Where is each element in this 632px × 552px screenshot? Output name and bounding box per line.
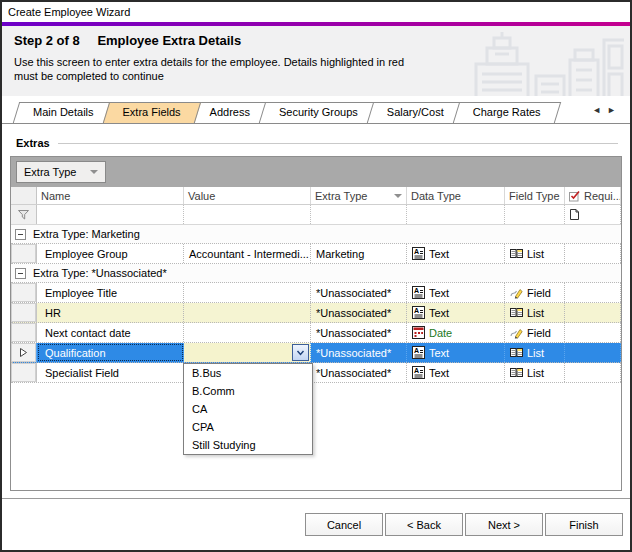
qualification-dropdown-list: B.Bus B.Comm CA CPA Still Studying [183,363,313,455]
text-type-icon: A [412,366,425,379]
cell-value[interactable] [184,303,311,322]
dropdown-option[interactable]: Still Studying [184,436,312,454]
column-header-field-type[interactable]: Field Type [505,187,565,204]
filter-cell-data-type[interactable] [407,205,505,224]
filter-cell-required[interactable] [565,205,621,224]
cell-field-type[interactable]: List [505,363,565,382]
cell-extra-type[interactable]: *Unassociated* [311,323,407,342]
cell-required[interactable] [565,363,621,382]
cell-value[interactable] [184,283,311,302]
cell-extra-type[interactable]: *Unassociated* [311,363,407,382]
row-header-cell[interactable] [11,323,37,342]
column-header-name[interactable]: Name [37,187,184,204]
cell-value[interactable]: Accountant - Intermedi... [184,244,311,263]
tab-main-details[interactable]: Main Details [16,102,111,123]
column-header-extra-type[interactable]: Extra Type [311,187,407,204]
chevron-down-icon [295,348,306,358]
dropdown-option[interactable]: CPA [184,418,312,436]
cell-required[interactable] [565,303,621,322]
group-by-extra-type-button[interactable]: Extra Type [16,161,106,183]
table-row[interactable]: Specialist Field *Unassociated* A Text L… [11,363,621,383]
wizard-header: Step 2 of 8 Employee Extra Details Use t… [2,26,630,96]
dropdown-option[interactable]: B.Bus [184,364,312,382]
filter-cell-name[interactable] [37,205,184,224]
tab-page-content: Extras Extra Type Name Value Extra Type … [2,136,630,491]
tab-scroll-left-icon[interactable]: ◄ [592,105,607,115]
cell-data-type[interactable]: A Text [407,303,505,322]
table-row-selected[interactable]: Qualification *Unassociated* A Text List [11,343,621,363]
column-header-data-type[interactable]: Data Type [407,187,505,204]
cell-name[interactable]: HR [37,303,184,322]
cell-name[interactable]: Employee Group [37,244,184,263]
cancel-button[interactable]: Cancel [305,513,383,536]
tab-security-groups[interactable]: Security Groups [262,102,375,123]
cell-required[interactable] [565,343,621,362]
dropdown-option[interactable]: B.Comm [184,382,312,400]
tab-extra-fields[interactable]: Extra Fields [106,102,198,123]
cell-name[interactable]: Next contact date [37,323,184,342]
filter-row-button[interactable] [11,205,37,224]
row-header-cell[interactable] [11,303,37,322]
cell-field-type[interactable]: List [505,244,565,263]
cell-data-type[interactable]: A Text [407,244,505,263]
collapse-minus-icon[interactable] [15,229,26,240]
extras-grid: Extra Type Name Value Extra Type Data Ty… [10,156,622,491]
date-type-icon [412,326,425,339]
cell-data-type[interactable]: A Text [407,363,505,382]
row-header-cell[interactable] [11,283,37,302]
cell-field-type[interactable]: List [505,343,565,362]
row-header-cell[interactable] [11,363,37,382]
field-pencil-icon [510,326,523,339]
filter-cell-field-type[interactable] [505,205,565,224]
cell-required[interactable] [565,244,621,263]
svg-text:A: A [414,307,419,314]
cell-extra-type[interactable]: Marketing [311,244,407,263]
buildings-graphic-icon [468,32,624,96]
list-field-icon [510,346,523,359]
filter-cell-value[interactable] [184,205,311,224]
back-button[interactable]: < Back [385,513,463,536]
cell-name[interactable]: Specialist Field [37,363,184,382]
text-type-icon: A [412,247,425,260]
cell-required[interactable] [565,323,621,342]
column-header-value[interactable]: Value [184,187,311,204]
table-row[interactable]: Employee Title *Unassociated* A Text Fie… [11,283,621,303]
cell-required[interactable] [565,283,621,302]
cell-field-type[interactable]: List [505,303,565,322]
table-row[interactable]: Employee Group Accountant - Intermedi...… [11,244,621,264]
svg-text:A: A [414,287,419,294]
combo-dropdown-button[interactable] [292,344,309,361]
group-row-unassociated[interactable]: Extra Type: *Unassociated* [11,264,621,283]
group-row-marketing[interactable]: Extra Type: Marketing [11,225,621,244]
cell-data-type[interactable]: A Text [407,343,505,362]
cell-extra-type[interactable]: *Unassociated* [311,343,407,362]
table-row[interactable]: HR *Unassociated* A Text List [11,303,621,323]
tab-scroll-right-icon[interactable]: ► [607,105,622,115]
dropdown-option[interactable]: CA [184,400,312,418]
list-field-icon [510,366,523,379]
tab-scroll-arrows: ◄► [592,105,622,115]
cell-data-type[interactable]: A Text [407,283,505,302]
cell-data-type[interactable]: Date [407,323,505,342]
cell-field-type[interactable]: Field [505,323,565,342]
current-row-arrow-icon [19,347,28,358]
row-header-cell[interactable] [11,343,37,362]
tab-address[interactable]: Address [193,102,267,123]
table-row[interactable]: Next contact date *Unassociated* Date Fi… [11,323,621,343]
collapse-minus-icon[interactable] [15,268,26,279]
cell-value[interactable] [184,323,311,342]
row-header-cell[interactable] [11,244,37,263]
next-button[interactable]: Next > [465,513,543,536]
filter-cell-extra-type[interactable] [311,205,407,224]
finish-button[interactable]: Finish [545,513,623,536]
cell-name[interactable]: Employee Title [37,283,184,302]
value-combo-editor[interactable] [184,343,311,362]
cell-field-type[interactable]: Field [505,283,565,302]
tab-salary-cost[interactable]: Salary/Cost [370,102,461,123]
column-header-required[interactable]: Requi... [565,187,621,204]
cell-extra-type[interactable]: *Unassociated* [311,303,407,322]
cell-extra-type[interactable]: *Unassociated* [311,283,407,302]
grid-filter-row [11,205,621,225]
tab-charge-rates[interactable]: Charge Rates [456,102,558,123]
cell-name[interactable]: Qualification [37,343,184,362]
